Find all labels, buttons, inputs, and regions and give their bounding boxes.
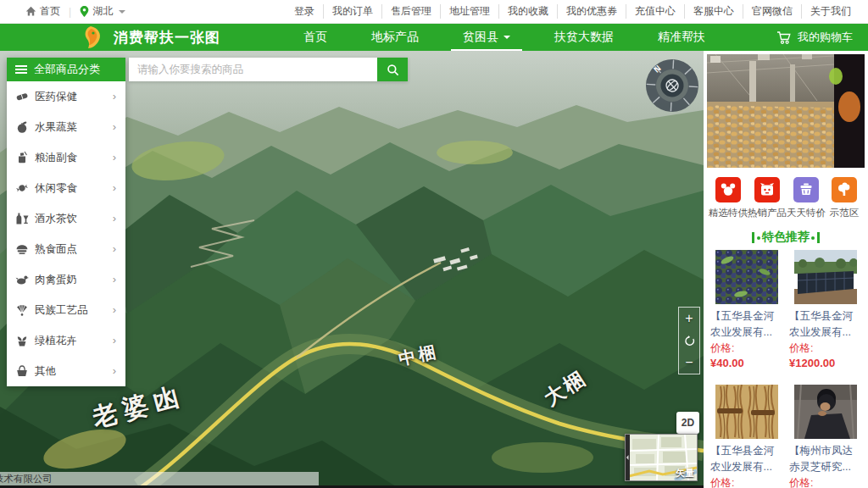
- poultry-icon: [15, 273, 29, 286]
- product-card[interactable]: 【五华县金河农业发展有... 价格: ¥50.00: [710, 385, 782, 488]
- nav-item-home[interactable]: 首页: [292, 24, 339, 51]
- apple-icon: [15, 120, 29, 134]
- compass-control[interactable]: N: [644, 58, 700, 114]
- quick-link-label: 精选特供: [709, 207, 748, 219]
- product-image-greenhouse: [794, 250, 857, 304]
- home-icon: [25, 6, 36, 17]
- category-item-ethnic-crafts[interactable]: 民族工艺品: [7, 295, 125, 325]
- product-image-researcher: [794, 385, 857, 439]
- location-label: 湖北: [92, 4, 113, 19]
- zoom-out-button[interactable]: −: [679, 352, 699, 374]
- bottle-glass-icon: [15, 212, 29, 225]
- category-label: 酒水茶饮: [35, 212, 77, 226]
- quick-links: 精选特供 热销产品 天天特价: [704, 171, 868, 222]
- product-card[interactable]: 【五华县金河农业发展有... 价格: ¥1200.00: [789, 250, 861, 371]
- refresh-icon: [684, 336, 695, 347]
- wechat-link[interactable]: 官网微信: [743, 4, 801, 19]
- product-image-dried-goods: [715, 385, 778, 439]
- quick-link-label: 示范区: [830, 207, 860, 219]
- category-item-other[interactable]: 其他: [7, 356, 125, 386]
- search-bar: [129, 58, 408, 81]
- nav-item-label: 首页: [303, 30, 327, 45]
- product-price-label: 价格:: [710, 341, 782, 356]
- cart-icon: [776, 30, 792, 45]
- location-selector[interactable]: 湖北: [80, 4, 125, 19]
- category-item-cooked-food[interactable]: 熟食面点: [7, 234, 125, 264]
- product-title: 【五华县金河农业发展有...: [710, 443, 782, 475]
- tree-icon: [837, 182, 852, 197]
- category-sidebar-header[interactable]: 全部商品分类: [7, 58, 125, 81]
- category-item-grain-oil[interactable]: 粮油副食: [7, 142, 125, 173]
- favorites-link[interactable]: 我的收藏: [498, 4, 557, 19]
- category-label: 民族工艺品: [35, 303, 88, 318]
- separator: |: [69, 6, 71, 18]
- featured-section-title: 特色推荐: [762, 230, 810, 245]
- promo-banner-image[interactable]: [707, 54, 865, 168]
- category-item-plants-flowers[interactable]: 绿植花卉: [7, 325, 125, 356]
- mode-2d-button[interactable]: 2D: [676, 412, 699, 434]
- about-us-link[interactable]: 关于我们: [801, 4, 860, 19]
- plant-icon: [15, 334, 29, 347]
- nav-item-poverty-counties[interactable]: 贫困县: [451, 24, 522, 51]
- search-input[interactable]: [129, 58, 377, 81]
- product-image-blueberries: [715, 250, 778, 304]
- app-root: 首页 | 湖北 登录 我的订单 售后管理 地址管理 我的收藏 我的优惠券 充值中…: [0, 0, 868, 488]
- quick-link-label: 天天特价: [787, 207, 826, 219]
- location-pin-icon: [80, 6, 89, 17]
- category-label: 肉禽蛋奶: [35, 273, 77, 287]
- home-link[interactable]: 首页: [25, 4, 60, 19]
- product-price: ¥40.00: [710, 356, 782, 371]
- map-attribution: 技术有限公司: [0, 472, 319, 486]
- nav-item-landmark-products[interactable]: 地标产品: [359, 24, 431, 51]
- category-label: 其他: [35, 364, 56, 379]
- address-manage-link[interactable]: 地址管理: [440, 4, 498, 19]
- coupons-link[interactable]: 我的优惠券: [557, 4, 626, 19]
- hot-box-icon: [760, 182, 775, 197]
- chevron-down-icon: [119, 10, 125, 14]
- featured-section-header: 特色推荐: [704, 230, 868, 245]
- capsule-icon: [15, 90, 29, 103]
- category-item-snacks[interactable]: 休闲零食: [7, 173, 125, 203]
- service-center-link[interactable]: 客服中心: [684, 4, 743, 19]
- quick-link-hot-products[interactable]: 热销产品: [748, 177, 787, 219]
- category-label: 粮油副食: [35, 151, 77, 165]
- category-label: 医药保健: [35, 90, 77, 104]
- minimap[interactable]: 矢量: [625, 434, 698, 481]
- category-item-meat-eggs-dairy[interactable]: 肉禽蛋奶: [7, 264, 125, 295]
- quick-link-demo-zone[interactable]: 示范区: [826, 177, 863, 219]
- cart-button[interactable]: 我的购物车: [776, 30, 853, 45]
- content-stage: 老婆凼 中梱 大梱: [0, 51, 868, 488]
- product-price: ¥1200.00: [789, 356, 861, 371]
- quick-link-daily-deals[interactable]: 天天特价: [787, 177, 826, 219]
- utility-links: 登录 我的订单 售后管理 地址管理 我的收藏 我的优惠券 充值中心 客服中心 官…: [286, 4, 868, 19]
- fan-icon: [15, 303, 29, 317]
- reset-view-button[interactable]: [679, 330, 699, 352]
- category-item-drinks[interactable]: 酒水茶饮: [7, 203, 125, 234]
- recharge-link[interactable]: 充值中心: [626, 4, 684, 19]
- login-link[interactable]: 登录: [286, 4, 323, 19]
- category-label: 水果蔬菜: [35, 120, 77, 135]
- after-sales-link[interactable]: 售后管理: [381, 4, 440, 19]
- nav-item-precise-assistance[interactable]: 精准帮扶: [646, 24, 717, 51]
- quick-link-label: 热销产品: [748, 207, 787, 219]
- zoom-control: + −: [678, 307, 700, 374]
- nav-item-label: 贫困县: [463, 30, 498, 45]
- category-item-fruits-vegetables[interactable]: 水果蔬菜: [7, 112, 125, 142]
- category-item-medicine[interactable]: 医药保健: [7, 81, 125, 112]
- brand[interactable]: 消费帮扶一张图: [81, 25, 220, 49]
- category-label: 熟食面点: [35, 242, 77, 257]
- zoom-in-button[interactable]: +: [679, 308, 699, 330]
- search-button[interactable]: [377, 58, 408, 81]
- category-sidebar: 全部商品分类 医药保健 水果蔬菜 粮油副食 休闲零食 酒水茶饮: [7, 58, 125, 386]
- search-icon: [387, 64, 399, 76]
- my-orders-link[interactable]: 我的订单: [323, 4, 381, 19]
- product-card[interactable]: 【五华县金河农业发展有... 价格: ¥40.00: [710, 250, 782, 371]
- brand-logo-icon: [81, 25, 103, 49]
- nav-item-poverty-bigdata[interactable]: 扶贫大数据: [542, 24, 626, 51]
- product-card[interactable]: 【梅州市凤达赤灵芝研究... 价格: ¥499.00: [789, 385, 861, 488]
- main-nav: 首页 地标产品 贫困县 扶贫大数据 精准帮扶: [281, 24, 727, 51]
- product-title: 【五华县金河农业发展有...: [789, 308, 861, 341]
- quick-link-featured[interactable]: 精选特供: [709, 177, 748, 219]
- nav-item-label: 扶贫大数据: [554, 30, 614, 45]
- section-deco-icon: [752, 232, 754, 243]
